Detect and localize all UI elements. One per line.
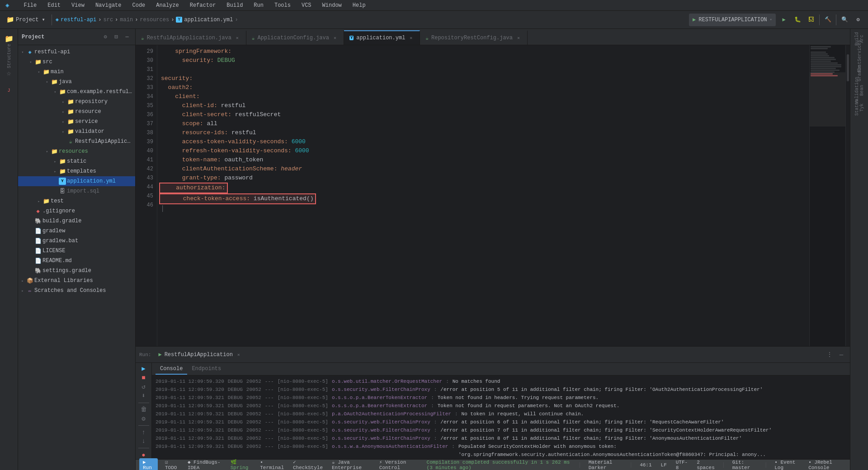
run-down-icon[interactable]: ↓ [137,437,150,446]
status-checkstyle[interactable]: ✓ CheckStyle [291,458,325,470]
tree-item-java[interactable]: ▾ 📁 java [18,77,135,87]
panel-layout-icon[interactable]: ⊟ [112,33,121,42]
tree-item-license[interactable]: ▸ 📄 LICENSE [18,246,135,256]
tyk-status-icon[interactable]: Tyk Status [851,99,868,116]
tab-close-repoconfig[interactable]: ✕ [515,35,522,41]
tree-item-resources[interactable]: ▾ 📁 resources [18,146,135,156]
tree-item-RestfulApiApplication[interactable]: ▸ ☕ RestfulApiApplication [18,136,135,146]
menu-window[interactable]: Window [321,1,344,9]
tree-item-external-libraries[interactable]: ▸ 📦 External Libraries [18,276,135,286]
breadcrumb-item-0[interactable]: restful-api [61,17,96,23]
tab-restfulapi-application[interactable]: ☕ RestfulApiApplication.java ✕ [136,30,246,45]
status-run-button[interactable]: ▶ Run [139,458,158,470]
run-app-tab-close[interactable]: ✕ [236,352,242,358]
minimap [809,45,845,346]
tree-item-service[interactable]: ▸ 📁 service [18,117,135,127]
bottom-panel-menu-icon[interactable]: ⋮ [825,350,835,360]
run-up-icon[interactable]: ↑ [137,428,150,437]
status-spaces[interactable]: 2 spaces [695,459,717,470]
tab-application-yml[interactable]: Y application.yml ✕ [344,30,420,45]
run-button[interactable]: ▶ [778,14,790,26]
run-settings-icon[interactable]: ⚙ [137,414,150,423]
run-stop-icon[interactable]: ■ [137,374,150,382]
tab-close-appconfig[interactable]: ✕ [332,35,338,41]
menu-build[interactable]: Build [225,1,245,9]
tree-item-templates[interactable]: ▸ 📁 templates [18,166,135,176]
run-app-tab[interactable]: ▶ RestfulApiApplication ✕ [155,348,245,361]
tree-item-repository[interactable]: ▸ 📁 repository [18,97,135,107]
status-java-enterprise[interactable]: ☕ Java Enterprise [330,458,372,470]
panel-settings-icon[interactable]: ⚙ [101,33,110,42]
tree-item-main[interactable]: ▾ 📁 main [18,67,135,77]
tree-item-validator[interactable]: ▸ 📁 validator [18,127,135,136]
project-button[interactable]: 📁 Project ▾ [4,14,48,26]
code-editor[interactable]: 🐺 29 30 31 32 33 34 35 36 37 38 39 40 41 [136,45,850,346]
tree-item-build-gradle[interactable]: ▸ 🐘 build.gradle [18,216,135,226]
scrollbar[interactable] [845,45,850,346]
tree-item-static[interactable]: ▸ 📁 static [18,156,135,166]
status-todo[interactable]: ☑ TODO [163,458,180,470]
bean-validation-icon[interactable]: Bean Validation [851,82,868,99]
search-everywhere-button[interactable]: 🔍 [838,14,851,26]
rest-services-icon[interactable]: RestServices [851,48,868,64]
run-clear-icon[interactable]: 🗑 [137,405,150,414]
tree-item-gitignore[interactable]: ▸ ◆ .gitignore [18,206,135,216]
jrebel-icon[interactable]: J [1,82,17,99]
tree-item-restful-api[interactable]: ▾ ◈ restful-api [18,47,135,57]
debug-button[interactable]: 🐛 [791,14,804,26]
menu-navigate[interactable]: Navigate [94,1,123,9]
bottom-panel-minimize-icon[interactable]: — [836,350,846,360]
status-event-log[interactable]: ▪ Event Log [773,459,801,470]
tab-close-restfulapi[interactable]: ✕ [234,35,241,41]
tab-close-applicationyml[interactable]: ✕ [408,35,414,41]
panel-minimize-icon[interactable]: — [123,33,132,42]
status-lf[interactable]: LF [659,461,669,469]
status-version-control[interactable]: ⚡ Version Control [377,458,420,470]
run-config-selector[interactable]: ▶ RESTFULAPIAPPLICATION ▾ [689,14,776,26]
status-linecol[interactable]: 46:1 [638,461,653,469]
status-jrebel-console[interactable]: ▪ JRebel Console [807,459,846,470]
menu-edit[interactable]: Edit [46,1,62,9]
status-encoding[interactable]: UTF-8 [674,459,689,470]
tree-item-gradlew[interactable]: ▸ 📄 gradlew [18,226,135,236]
menu-view[interactable]: View [70,1,86,9]
minimap-viewport[interactable] [810,72,845,127]
status-spring[interactable]: 🌿 Spring [229,458,253,470]
structure-icon[interactable]: Structure [1,48,17,64]
tree-item-resource[interactable]: ▸ 📁 resource [18,107,135,117]
console-tab[interactable]: Console [156,364,187,375]
menu-run[interactable]: Run [252,1,265,9]
run-with-coverage-button[interactable]: ⛾ [805,14,817,26]
menu-vcs[interactable]: VCS [300,1,313,9]
menu-file[interactable]: File [22,1,38,9]
status-right: Compilation completed successfully in 1 … [425,459,846,470]
settings-button[interactable]: ⚙ [852,14,864,26]
endpoints-tab[interactable]: Endpoints [187,364,226,375]
tab-application-config[interactable]: ☕ ApplicationConfig.java ✕ [246,30,344,45]
tree-item-gradlew-bat[interactable]: ▸ 📄 gradlew.bat [18,236,135,246]
tree-item-import-sql[interactable]: ▸ 🗄 import.sql [18,186,135,196]
menu-tools[interactable]: Tools [273,1,292,9]
menu-refactor[interactable]: Refactor [188,1,218,9]
run-restart-icon[interactable]: ↺ [137,383,150,391]
tree-item-application-yml[interactable]: ▸ Y application.yml [18,176,135,186]
tree-item-scratches-consoles[interactable]: ▸ ✏ Scratches and Consoles [18,286,135,296]
status-git[interactable]: Git: master [731,459,759,470]
code-content[interactable]: springFramework: security: DEBUG securit… [157,45,809,346]
code-line-37: scope: all [161,119,806,128]
tree-item-com[interactable]: ▾ 📁 com.example.restfulapi [18,87,135,97]
menu-analyze[interactable]: Analyze [154,1,180,9]
status-theme[interactable]: Material Darker [587,459,624,470]
tab-repositoryrestconfig[interactable]: ☕ RepositoryRestConfig.java ✕ [420,30,528,45]
run-scroll-end-icon[interactable]: ⬇ [137,392,150,400]
build-button[interactable]: 🔨 [821,14,834,26]
tree-item-test[interactable]: ▸ 📁 test [18,196,135,206]
status-terminal[interactable]: ▪ Terminal [258,459,286,470]
menu-code[interactable]: Code [130,1,147,9]
tree-item-readme[interactable]: ▸ 📄 README.md [18,256,135,266]
run-play-icon[interactable]: ▶ [137,365,150,373]
tree-item-src[interactable]: ▾ 📁 src [18,57,135,67]
tree-item-settings-gradle[interactable]: ▸ 🐘 settings.gradle [18,266,135,276]
status-findbugs[interactable]: ◆ FindBugs-IDEA [186,458,223,470]
menu-help[interactable]: Help [351,1,368,9]
